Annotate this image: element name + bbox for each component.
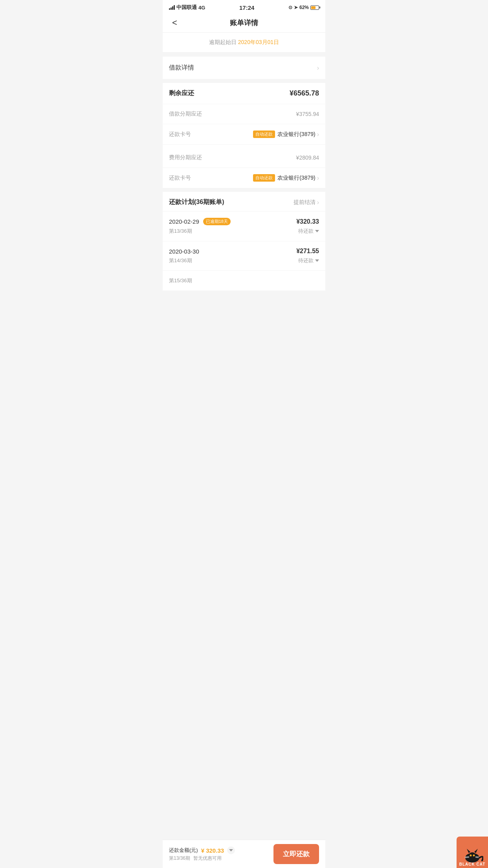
repay-card-right-1: 自动还款 农业银行(3879) › [253, 131, 319, 138]
divider-3 [163, 188, 325, 192]
loan-detail-section: 借款详情 › [163, 57, 325, 79]
overdue-notice: 逾期起始日 2020年03月01日 [163, 33, 325, 53]
loan-installment-label: 借款分期应还 [169, 110, 202, 118]
repay-card-right-2: 自动还款 农业银行(3879) › [253, 174, 319, 182]
plan-section: 还款计划(36期账单) 提前结清 › 2020-02-29 已逾期18天 ¥32… [163, 192, 325, 291]
status-left: 中国联通 4G [169, 4, 205, 11]
overdue-badge-1: 已逾期18天 [203, 218, 231, 225]
loan-detail-label: 借款详情 [169, 64, 194, 72]
battery-icon [310, 6, 319, 10]
repay-card-value-1: 农业银行(3879) [277, 131, 315, 138]
battery-percent: 62% [299, 5, 309, 10]
loan-installment-value: ¥3755.94 [296, 111, 319, 117]
arrow-down-icon-1 [315, 230, 319, 232]
divider-1 [163, 53, 325, 57]
carrier-label: 中国联通 [176, 4, 197, 11]
navigation-icon: ➤ [294, 5, 298, 10]
status-right: ⊙ ➤ 62% [288, 5, 319, 10]
chevron-plan: › [317, 199, 319, 206]
divider-2 [163, 79, 325, 83]
remaining-value: ¥6565.78 [290, 89, 319, 97]
fee-installment-value: ¥2809.84 [296, 154, 319, 161]
payment-period-2: 第14/36期 [169, 257, 192, 264]
nav-bar: < 账单详情 [163, 13, 325, 33]
network-label: 4G [198, 5, 205, 11]
remaining-row: 剩余应还 ¥6565.78 [163, 83, 325, 104]
page-title: 账单详情 [230, 18, 258, 28]
chevron-card-1: › [317, 131, 319, 138]
repay-card-row-2[interactable]: 还款卡号 自动还款 农业银行(3879) › [163, 168, 325, 188]
status-label-2: 待还款 [298, 257, 314, 264]
payment-date-1: 2020-02-29 [169, 218, 199, 225]
signal-icon [169, 5, 175, 10]
early-repay-label: 提前结清 [294, 199, 316, 206]
payment-date-2: 2020-03-30 [169, 248, 199, 255]
remaining-label: 剩余应还 [169, 89, 194, 97]
loan-detail-row[interactable]: 借款详情 › [163, 57, 325, 79]
payment-item-1: 2020-02-29 已逾期18天 ¥320.33 第13/36期 待还款 [163, 211, 325, 241]
fee-installment-label: 费用分期应还 [169, 154, 202, 161]
payment-item-2: 2020-03-30 ¥271.55 第14/36期 待还款 [163, 241, 325, 270]
plan-title: 还款计划(36期账单) [169, 198, 224, 206]
overdue-label: 逾期起始日 [209, 39, 237, 45]
fee-installment-row: 费用分期应还 ¥2809.84 [163, 148, 325, 168]
payment-item-3: 第15/36期 [163, 270, 325, 291]
time-label: 17:24 [239, 4, 254, 11]
auto-badge-1: 自动还款 [253, 131, 275, 138]
early-repay-action[interactable]: 提前结清 › [294, 199, 319, 206]
auto-badge-2: 自动还款 [253, 174, 275, 182]
repay-card-label-2: 还款卡号 [169, 175, 191, 182]
summary-card: 剩余应还 ¥6565.78 借款分期应还 ¥3755.94 还款卡号 自动还款 … [163, 83, 325, 188]
repay-card-label-1: 还款卡号 [169, 131, 191, 138]
status-label-1: 待还款 [298, 228, 314, 235]
chevron-card-2: › [317, 175, 319, 182]
location-icon: ⊙ [288, 5, 292, 10]
plan-header: 还款计划(36期账单) 提前结清 › [163, 192, 325, 211]
status-bar: 中国联通 4G 17:24 ⊙ ➤ 62% [163, 0, 325, 13]
repay-card-value-2: 农业银行(3879) [277, 175, 315, 182]
payment-status-2: 待还款 [298, 257, 319, 264]
payment-amount-1: ¥320.33 [296, 218, 319, 225]
payment-status-1: 待还款 [298, 228, 319, 235]
repay-card-row-1[interactable]: 还款卡号 自动还款 农业银行(3879) › [163, 124, 325, 145]
payment-period-3: 第15/36期 [169, 277, 192, 284]
arrow-down-icon-2 [315, 259, 319, 262]
payment-amount-2: ¥271.55 [296, 248, 319, 255]
loan-installment-row: 借款分期应还 ¥3755.94 [163, 104, 325, 124]
chevron-right-icon: › [317, 64, 319, 72]
payment-period-1: 第13/36期 [169, 228, 192, 235]
overdue-date: 2020年03月01日 [238, 39, 279, 45]
back-button[interactable]: < [169, 16, 180, 29]
